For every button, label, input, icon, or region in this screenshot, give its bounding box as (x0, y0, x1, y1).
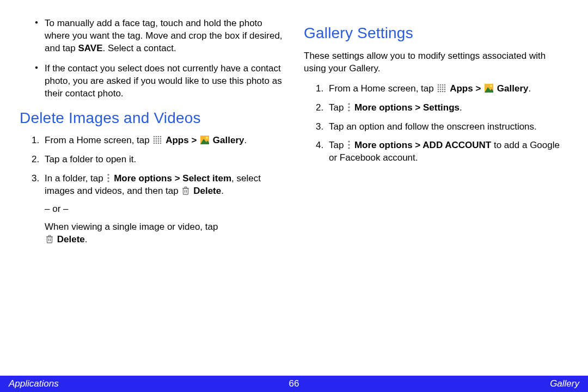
svg-point-46 (442, 88, 444, 90)
svg-point-0 (154, 136, 155, 138)
svg-point-21 (108, 181, 109, 182)
list-item: If the contact you select does not curre… (35, 63, 284, 100)
text: If the contact you select does not curre… (45, 63, 282, 99)
text: Tap an option and follow the onscreen in… (329, 121, 537, 132)
delete-label: Delete (57, 234, 85, 244)
heading-delete: Delete Images and Videos (20, 108, 284, 128)
svg-point-48 (438, 90, 439, 92)
left-column: To manually add a face tag, touch and ho… (10, 17, 294, 370)
svg-point-6 (158, 138, 160, 140)
or-separator: – or – (45, 203, 284, 216)
svg-point-11 (160, 140, 162, 142)
svg-point-44 (438, 88, 439, 90)
apps-label: Apps > (450, 83, 483, 94)
svg-point-41 (440, 86, 442, 88)
alt-instruction: When viewing a single image or video, ta… (45, 221, 284, 246)
list-item: Tap More options > ADD ACCOUNT to add a … (319, 139, 568, 164)
text: . (221, 186, 224, 196)
apps-grid-icon (437, 84, 446, 93)
svg-point-42 (442, 86, 444, 88)
manual-page: To manually add a face tag, touch and ho… (0, 0, 588, 392)
list-item: Tap an option and follow the onscreen in… (319, 121, 568, 133)
svg-point-10 (158, 140, 160, 142)
text: In a folder, tap (45, 173, 106, 183)
text: From a Home screen, tap (45, 135, 152, 145)
svg-point-12 (154, 143, 155, 144)
gallery-icon (200, 136, 209, 144)
svg-point-43 (444, 86, 446, 88)
text: . Select a contact. (103, 43, 176, 53)
svg-point-8 (154, 140, 155, 142)
text: . (85, 234, 88, 244)
two-column-layout: To manually add a face tag, touch and ho… (0, 0, 588, 370)
svg-point-58 (348, 141, 350, 143)
delete-icon (46, 235, 53, 243)
svg-point-39 (444, 84, 446, 85)
list-item: From a Home screen, tap Apps > Gallery. (35, 134, 284, 147)
svg-point-59 (348, 144, 350, 146)
list-item: From a Home screen, tap Apps > Gallery. (319, 83, 568, 95)
svg-point-38 (442, 84, 444, 85)
footer-left: Applications (9, 378, 59, 389)
svg-point-3 (160, 136, 162, 138)
heading-gallery-settings: Gallery Settings (304, 23, 568, 44)
svg-point-36 (438, 84, 439, 85)
text: Tap (329, 102, 346, 113)
svg-point-51 (444, 90, 446, 92)
gallery-label: Gallery (497, 83, 529, 94)
delete-steps: From a Home screen, tap Apps > Gallery. … (20, 134, 284, 246)
text: . (528, 83, 531, 94)
list-item: Tap a folder to open it. (35, 154, 284, 166)
svg-rect-29 (47, 237, 52, 243)
svg-point-55 (348, 103, 350, 105)
text: . (244, 135, 247, 145)
delete-icon (182, 186, 189, 195)
apps-label: Apps > (166, 135, 199, 145)
more-options-icon (347, 140, 351, 149)
svg-point-56 (348, 106, 350, 108)
text: From a Home screen, tap (329, 83, 436, 94)
svg-point-20 (108, 177, 109, 179)
more-options-label: More options > ADD ACCOUNT (354, 140, 491, 150)
gallery-icon (485, 84, 493, 93)
right-column: Gallery Settings These settings allow yo… (294, 17, 578, 370)
svg-point-49 (440, 90, 442, 92)
text: When viewing a single image or video, ta… (45, 222, 218, 232)
more-options-label: More options > Settings (354, 102, 460, 113)
more-options-icon (347, 103, 351, 112)
svg-point-13 (156, 143, 157, 144)
svg-point-40 (438, 86, 439, 88)
svg-point-50 (442, 90, 444, 92)
svg-point-9 (156, 140, 157, 142)
svg-point-18 (206, 137, 208, 139)
intro-text: These settings allow you to modify setti… (304, 50, 568, 75)
list-item: To manually add a face tag, touch and ho… (35, 17, 284, 55)
save-label: SAVE (78, 43, 102, 53)
svg-rect-22 (183, 188, 188, 194)
svg-point-37 (440, 84, 442, 85)
text: . (460, 102, 462, 113)
svg-point-14 (158, 143, 160, 144)
text: Tap a folder to open it. (45, 154, 136, 164)
svg-point-45 (440, 88, 442, 90)
svg-point-57 (348, 109, 350, 111)
list-item: In a folder, tap More options > Select i… (35, 173, 284, 246)
delete-label: Delete (193, 186, 221, 196)
footer-inner: Applications 66 Gallery (0, 376, 588, 392)
svg-point-2 (158, 136, 160, 138)
svg-point-47 (444, 88, 446, 90)
face-tag-notes: To manually add a face tag, touch and ho… (20, 17, 284, 100)
list-item: Tap More options > Settings. (319, 102, 568, 114)
page-number: 66 (289, 378, 299, 389)
svg-point-4 (154, 138, 155, 140)
page-footer: Applications 66 Gallery (0, 376, 588, 392)
text: Tap (329, 140, 346, 150)
svg-point-1 (156, 136, 157, 138)
more-options-icon (107, 174, 110, 182)
svg-point-7 (160, 138, 162, 140)
svg-point-15 (160, 143, 162, 144)
svg-point-54 (490, 85, 492, 87)
more-options-label: More options > Select item (114, 173, 231, 183)
svg-point-5 (156, 138, 157, 140)
footer-right: Gallery (550, 378, 579, 389)
